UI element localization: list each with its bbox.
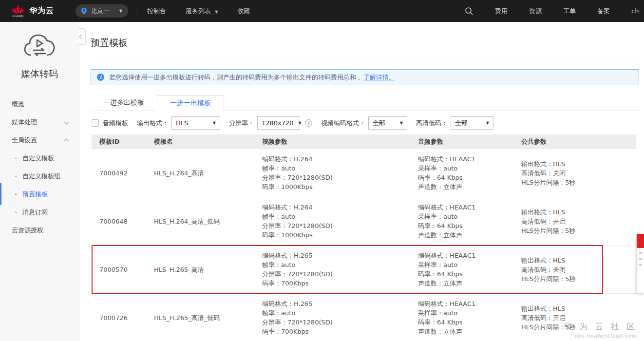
video-codec-value: 全部 <box>373 119 385 128</box>
watermark-title: 华 为 云 社 区 <box>563 321 637 332</box>
video-codec-select[interactable]: 全部 ▼ <box>368 116 407 130</box>
nav-console[interactable]: 控制台 <box>147 7 166 16</box>
cell-video-params: 编码格式：H.265 帧率：auto 分辨率：720*1280(SD) 码率：7… <box>254 299 410 336</box>
common-param-line: 高清低码：开启 <box>521 217 636 226</box>
audio-template-checkbox[interactable] <box>92 119 99 127</box>
nav-service-list[interactable]: 服务列表 ▼ <box>186 7 218 16</box>
nav-resources[interactable]: 资源 <box>529 7 542 16</box>
learn-more-link[interactable]: 了解详情。 <box>363 73 395 82</box>
hd-low-bitrate-label: 高清低码： <box>416 119 448 128</box>
tab-one-in-one-out[interactable]: 一进一出模板 <box>157 95 224 111</box>
video-param-line: 码率：1000Kbps <box>262 230 410 240</box>
table-row-highlighted[interactable]: 7000570 HLS_H.265_高清 编码格式：H.265 帧率：auto … <box>92 246 636 294</box>
col-header-template-name: 模板名 <box>146 137 254 146</box>
audio-param-line: 声道数：立体声 <box>418 182 513 191</box>
table-row[interactable]: 7000648 HLS_H.264_高清_低码 编码格式：H.264 帧率：au… <box>92 197 636 246</box>
template-table: 模板ID 模板名 视频参数 音频参数 公共参数 7000492 HLS_H.26… <box>92 134 636 341</box>
top-navigation-bar: HUAWEI 华为云 北京一 ▼ 控制台 服务列表 ▼ 收藏 费用 资源 工单 … <box>0 0 644 22</box>
audio-param-line: 采样率：auto <box>418 308 513 318</box>
resolution-label: 分辨率： <box>229 119 254 128</box>
audio-param-line: 声道数：立体声 <box>418 327 513 336</box>
tab-one-in-multi-out[interactable]: 一进多出模板 <box>91 95 157 111</box>
cell-audio-params: 编码格式：HEAAC1 采样率：auto 码率：64 Kbps 声道数：立体声 <box>410 154 513 191</box>
audio-param-line: 声道数：立体声 <box>418 230 513 240</box>
sidebar-item-custom-template[interactable]: · 自定义模板 <box>0 149 79 167</box>
sidebar-item-global-settings[interactable]: 全局设置 <box>0 131 79 149</box>
info-icon: i <box>97 74 104 81</box>
info-banner: i 若您选择使用一进多出模板进行转码，则产生的转码费用为多个输出文件的转码费用总… <box>91 69 639 85</box>
sidebar-item-custom-template-label: 自定义模板 <box>22 154 54 163</box>
search-icon <box>465 7 474 16</box>
output-format-select[interactable]: HLS ▼ <box>171 116 220 130</box>
sidebar-item-media-processing[interactable]: 媒体处理 <box>0 113 79 131</box>
bullet-icon: · <box>15 154 17 162</box>
media-transcoding-icon <box>24 34 55 59</box>
cell-template-id: 7000726 <box>92 299 146 336</box>
col-header-template-id: 模板ID <box>92 137 146 146</box>
cell-common-params: 输出格式：HLS 高清低码：关闭 HLS分片间隔：5秒 <box>513 251 636 288</box>
service-list-caret-icon: ▼ <box>215 10 218 14</box>
sidebar-item-message-subscription[interactable]: · 消息订阅 <box>0 203 79 221</box>
cell-common-params: 输出格式：HLS 高清低码：开启 HLS分片间隔：5秒 <box>513 203 636 240</box>
audio-param-line: 编码格式：HEAAC1 <box>418 299 513 308</box>
title-divider <box>91 63 639 63</box>
nav-beian[interactable]: 备案 <box>597 7 610 16</box>
common-param-line: HLS分片间隔：5秒 <box>521 226 636 235</box>
sidebar-item-cloud-resource-auth[interactable]: 云资源授权 <box>0 221 79 239</box>
feedback-widget-text-fragment <box>639 264 642 265</box>
select-caret-icon: ▼ <box>299 121 302 125</box>
video-param-line: 帧率：auto <box>262 212 410 221</box>
topbar-divider <box>137 7 137 15</box>
chevron-up-icon <box>64 139 69 144</box>
user-menu[interactable]: ch <box>631 7 644 15</box>
hd-low-bitrate-select[interactable]: 全部 ▼ <box>451 116 493 130</box>
video-param-line: 编码格式：H.264 <box>262 203 410 212</box>
table-row[interactable]: 7000492 HLS_H.264_高清 编码格式：H.264 帧率：auto … <box>92 149 636 197</box>
audio-param-line: 码率：64 Kbps <box>418 173 513 182</box>
sidebar-item-custom-template-group[interactable]: · 自定义模板组 <box>0 167 79 185</box>
brand-name[interactable]: 华为云 <box>29 6 54 16</box>
help-icon[interactable]: ? <box>305 119 312 127</box>
audio-param-line: 编码格式：HEAAC1 <box>418 251 513 260</box>
video-param-line: 帧率：auto <box>262 164 410 173</box>
cell-common-params: 输出格式：HLS 高清低码：关闭 HLS分片间隔：5秒 <box>513 154 636 191</box>
video-param-line: 码率：1000Kbps <box>262 182 410 191</box>
col-header-video-params: 视频参数 <box>254 137 410 146</box>
common-param-line: 输出格式：HLS <box>521 208 636 217</box>
bullet-icon: · <box>15 172 17 180</box>
nav-tickets[interactable]: 工单 <box>563 7 576 16</box>
huawei-logo[interactable]: HUAWEI <box>12 4 24 18</box>
audio-template-label: 音频模板 <box>103 119 128 128</box>
output-format-label: 输出格式： <box>137 119 169 128</box>
cell-template-id: 7000570 <box>92 251 146 288</box>
feedback-widget-text-fragment <box>639 258 642 260</box>
audio-param-line: 码率：64 Kbps <box>418 269 513 279</box>
chevron-left-icon <box>79 34 84 39</box>
table-row[interactable]: 7000726 HLS_H.265_高清_低码 编码格式：H.265 帧率：au… <box>92 294 636 341</box>
common-param-line: 高清低码：关闭 <box>521 265 636 274</box>
filter-bar: 音频模板 输出格式： HLS ▼ 分辨率： 1280x720 ▼ ? 视频编码格… <box>92 116 639 130</box>
table-header: 模板ID 模板名 视频参数 音频参数 公共参数 <box>92 134 636 149</box>
feedback-widget-text-fragment <box>639 252 642 254</box>
huawei-logo-text: HUAWEI <box>12 15 23 18</box>
select-caret-icon: ▼ <box>400 121 403 125</box>
resolution-select[interactable]: 1280x720 ▼ <box>257 116 300 130</box>
sidebar: 媒体转码 概览 媒体处理 全局设置 · 自定义模板 · 自定义模板组 · 预置模… <box>0 22 79 341</box>
template-tabs: 一进多出模板 一进一出模板 <box>91 95 639 111</box>
sidebar-collapse-button[interactable] <box>78 28 86 45</box>
region-selector[interactable]: 北京一 ▼ <box>76 4 128 18</box>
nav-billing[interactable]: 费用 <box>495 7 508 16</box>
search-button[interactable] <box>465 7 474 16</box>
nav-favorites[interactable]: 收藏 <box>237 7 250 16</box>
video-param-line: 码率：700Kbps <box>262 279 410 288</box>
cell-audio-params: 编码格式：HEAAC1 采样率：auto 码率：64 Kbps 声道数：立体声 <box>410 251 513 288</box>
sidebar-item-preset-template[interactable]: · 预置模板 <box>0 185 79 203</box>
audio-param-line: 编码格式：HEAAC1 <box>418 154 513 164</box>
video-param-line: 分辨率：720*1280(SD) <box>262 221 410 230</box>
video-param-line: 分辨率：720*1280(SD) <box>262 173 410 182</box>
video-param-line: 帧率：auto <box>262 260 410 269</box>
feedback-widget[interactable] <box>637 234 644 293</box>
col-header-audio-params: 音频参数 <box>410 137 513 146</box>
sidebar-item-overview[interactable]: 概览 <box>0 95 79 113</box>
watermark-url: bbs.huaweicloud.com <box>563 333 637 339</box>
